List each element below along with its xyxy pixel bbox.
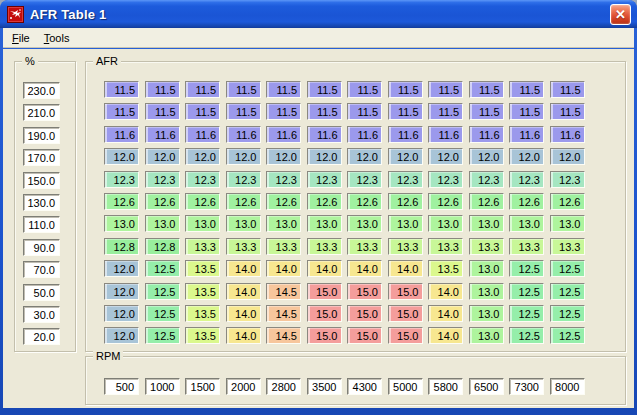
- afr-cell-r6-c3[interactable]: 12.6: [185, 193, 220, 210]
- afr-cell-r11-c5[interactable]: 14.5: [266, 305, 301, 322]
- afr-cell-r5-c11[interactable]: 12.3: [509, 171, 544, 188]
- afr-cell-r8-c12[interactable]: 13.3: [550, 238, 585, 255]
- afr-cell-r11-c7[interactable]: 15.0: [347, 305, 382, 322]
- afr-cell-r3-c4[interactable]: 11.6: [226, 126, 261, 143]
- afr-cell-r5-c4[interactable]: 12.3: [226, 171, 261, 188]
- afr-cell-r8-c10[interactable]: 13.3: [469, 238, 504, 255]
- afr-cell-r2-c2[interactable]: 11.5: [145, 103, 180, 120]
- afr-cell-r4-c11[interactable]: 12.0: [509, 148, 544, 165]
- load-axis-field-8[interactable]: 90.0: [23, 239, 60, 256]
- afr-cell-r1-c1[interactable]: 11.5: [104, 81, 139, 98]
- afr-cell-r1-c10[interactable]: 11.5: [469, 81, 504, 98]
- afr-cell-r6-c10[interactable]: 12.6: [469, 193, 504, 210]
- afr-cell-r2-c12[interactable]: 11.5: [550, 103, 585, 120]
- afr-cell-r2-c4[interactable]: 11.5: [226, 103, 261, 120]
- afr-cell-r6-c1[interactable]: 12.6: [104, 193, 139, 210]
- afr-cell-r10-c2[interactable]: 12.5: [145, 283, 180, 300]
- rpm-axis-field-5[interactable]: 2800: [266, 378, 301, 395]
- load-axis-field-6[interactable]: 130.0: [23, 194, 60, 211]
- afr-cell-r2-c6[interactable]: 11.5: [307, 103, 342, 120]
- afr-cell-r6-c2[interactable]: 12.6: [145, 193, 180, 210]
- afr-cell-r7-c7[interactable]: 13.0: [347, 215, 382, 232]
- afr-cell-r2-c8[interactable]: 11.5: [388, 103, 423, 120]
- afr-cell-r5-c6[interactable]: 12.3: [307, 171, 342, 188]
- afr-cell-r3-c7[interactable]: 11.6: [347, 126, 382, 143]
- afr-cell-r1-c8[interactable]: 11.5: [388, 81, 423, 98]
- afr-cell-r12-c11[interactable]: 12.5: [509, 327, 544, 344]
- afr-cell-r1-c11[interactable]: 11.5: [509, 81, 544, 98]
- afr-cell-r11-c12[interactable]: 12.5: [550, 305, 585, 322]
- afr-cell-r6-c11[interactable]: 12.6: [509, 193, 544, 210]
- afr-cell-r2-c10[interactable]: 11.5: [469, 103, 504, 120]
- afr-cell-r1-c4[interactable]: 11.5: [226, 81, 261, 98]
- rpm-axis-field-2[interactable]: 1000: [145, 378, 180, 395]
- afr-cell-r2-c9[interactable]: 11.5: [428, 103, 463, 120]
- afr-cell-r10-c6[interactable]: 15.0: [307, 283, 342, 300]
- afr-cell-r1-c2[interactable]: 11.5: [145, 81, 180, 98]
- afr-cell-r8-c2[interactable]: 12.8: [145, 238, 180, 255]
- afr-cell-r4-c4[interactable]: 12.0: [226, 148, 261, 165]
- afr-cell-r10-c10[interactable]: 13.0: [469, 283, 504, 300]
- load-axis-field-2[interactable]: 210.0: [23, 104, 60, 121]
- afr-cell-r5-c5[interactable]: 12.3: [266, 171, 301, 188]
- afr-cell-r3-c12[interactable]: 11.6: [550, 126, 585, 143]
- afr-cell-r8-c6[interactable]: 13.3: [307, 238, 342, 255]
- afr-cell-r10-c3[interactable]: 13.5: [185, 283, 220, 300]
- load-axis-field-5[interactable]: 150.0: [23, 172, 60, 189]
- afr-cell-r1-c5[interactable]: 11.5: [266, 81, 301, 98]
- afr-cell-r8-c9[interactable]: 13.3: [428, 238, 463, 255]
- afr-cell-r4-c9[interactable]: 12.0: [428, 148, 463, 165]
- afr-cell-r12-c5[interactable]: 14.5: [266, 327, 301, 344]
- load-axis-field-11[interactable]: 30.0: [23, 306, 60, 323]
- rpm-axis-field-6[interactable]: 3500: [307, 378, 342, 395]
- afr-cell-r7-c4[interactable]: 13.0: [226, 215, 261, 232]
- rpm-axis-field-1[interactable]: 500: [104, 378, 139, 395]
- afr-cell-r1-c3[interactable]: 11.5: [185, 81, 220, 98]
- afr-cell-r7-c8[interactable]: 13.0: [388, 215, 423, 232]
- afr-cell-r9-c12[interactable]: 12.5: [550, 260, 585, 277]
- afr-cell-r11-c9[interactable]: 14.0: [428, 305, 463, 322]
- afr-cell-r1-c6[interactable]: 11.5: [307, 81, 342, 98]
- afr-cell-r9-c3[interactable]: 13.5: [185, 260, 220, 277]
- afr-cell-r11-c2[interactable]: 12.5: [145, 305, 180, 322]
- afr-cell-r9-c2[interactable]: 12.5: [145, 260, 180, 277]
- afr-cell-r7-c6[interactable]: 13.0: [307, 215, 342, 232]
- afr-cell-r8-c1[interactable]: 12.8: [104, 238, 139, 255]
- rpm-axis-field-7[interactable]: 4300: [347, 378, 382, 395]
- menu-item-file[interactable]: File: [5, 30, 37, 46]
- afr-cell-r3-c2[interactable]: 11.6: [145, 126, 180, 143]
- afr-cell-r9-c8[interactable]: 14.0: [388, 260, 423, 277]
- afr-cell-r5-c10[interactable]: 12.3: [469, 171, 504, 188]
- afr-cell-r3-c6[interactable]: 11.6: [307, 126, 342, 143]
- rpm-axis-field-3[interactable]: 1500: [185, 378, 220, 395]
- afr-cell-r8-c8[interactable]: 13.3: [388, 238, 423, 255]
- menu-item-tools[interactable]: Tools: [37, 30, 77, 46]
- afr-cell-r5-c12[interactable]: 12.3: [550, 171, 585, 188]
- afr-cell-r10-c12[interactable]: 12.5: [550, 283, 585, 300]
- close-button[interactable]: ✕: [610, 4, 631, 25]
- load-axis-field-4[interactable]: 170.0: [23, 149, 60, 166]
- afr-cell-r5-c8[interactable]: 12.3: [388, 171, 423, 188]
- afr-cell-r12-c7[interactable]: 15.0: [347, 327, 382, 344]
- afr-cell-r3-c9[interactable]: 11.6: [428, 126, 463, 143]
- afr-cell-r7-c11[interactable]: 13.0: [509, 215, 544, 232]
- afr-cell-r3-c11[interactable]: 11.6: [509, 126, 544, 143]
- afr-cell-r12-c6[interactable]: 15.0: [307, 327, 342, 344]
- afr-cell-r12-c4[interactable]: 14.0: [226, 327, 261, 344]
- afr-cell-r6-c5[interactable]: 12.6: [266, 193, 301, 210]
- afr-cell-r12-c3[interactable]: 13.5: [185, 327, 220, 344]
- afr-cell-r4-c6[interactable]: 12.0: [307, 148, 342, 165]
- afr-cell-r5-c2[interactable]: 12.3: [145, 171, 180, 188]
- afr-cell-r3-c5[interactable]: 11.6: [266, 126, 301, 143]
- afr-cell-r12-c1[interactable]: 12.0: [104, 327, 139, 344]
- load-axis-field-3[interactable]: 190.0: [23, 127, 60, 144]
- rpm-axis-field-4[interactable]: 2000: [226, 378, 261, 395]
- afr-cell-r8-c5[interactable]: 13.3: [266, 238, 301, 255]
- afr-cell-r1-c12[interactable]: 11.5: [550, 81, 585, 98]
- afr-cell-r12-c8[interactable]: 15.0: [388, 327, 423, 344]
- afr-cell-r4-c10[interactable]: 12.0: [469, 148, 504, 165]
- load-axis-field-10[interactable]: 50.0: [23, 284, 60, 301]
- afr-cell-r4-c3[interactable]: 12.0: [185, 148, 220, 165]
- afr-cell-r2-c1[interactable]: 11.5: [104, 103, 139, 120]
- load-axis-field-1[interactable]: 230.0: [23, 82, 60, 99]
